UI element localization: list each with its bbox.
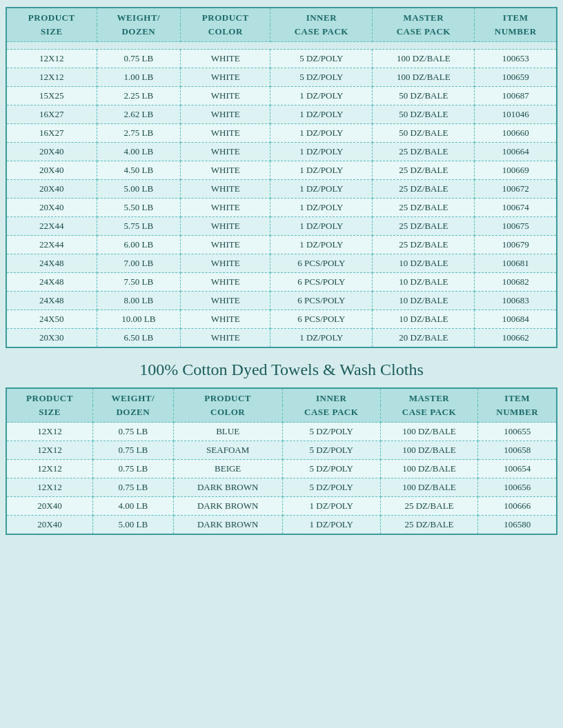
table-cell: 20X40 (6, 199, 97, 217)
header-row-1: PRODUCT WEIGHT/ PRODUCT INNER MASTER ITE… (6, 8, 557, 25)
table-cell: 1 DZ/POLY (282, 516, 380, 535)
table-cell: 6 PCS/POLY (270, 292, 373, 310)
table-cell: 25 DZ/BALE (373, 217, 475, 236)
white-towels-table: PRODUCT WEIGHT/ PRODUCT INNER MASTER ITE… (6, 7, 557, 348)
table-cell: WHITE (181, 68, 270, 87)
table-cell: WHITE (181, 236, 270, 254)
dyed-col-color-top: PRODUCT (173, 388, 282, 405)
dyed-col-size: SIZE (6, 405, 93, 423)
table-cell: 22X44 (6, 236, 97, 254)
header-row-2: SIZE DOZEN COLOR CASE PACK CASE PACK NUM… (6, 25, 557, 42)
table-cell: 5.75 LB (97, 217, 181, 236)
table-cell: 100682 (475, 273, 557, 292)
table-cell: 100 DZ/BALE (380, 423, 478, 441)
table-cell: 25 DZ/BALE (373, 161, 475, 180)
table-row: 20X405.00 LBDARK BROWN1 DZ/POLY25 DZ/BAL… (6, 516, 557, 535)
table-cell: 20X40 (6, 497, 93, 516)
table-cell: DARK BROWN (173, 478, 282, 497)
dyed-towels-body: 12X120.75 LBBLUE5 DZ/POLY100 DZ/BALE1006… (6, 423, 557, 535)
table-row: 12X120.75 LBBLUE5 DZ/POLY100 DZ/BALE1006… (6, 423, 557, 441)
dyed-col-number: NUMBER (478, 405, 557, 423)
dyed-header-row-2: SIZE DOZEN COLOR CASE PACK CASE PACK NUM… (6, 405, 557, 423)
table-cell: 20X40 (6, 161, 97, 180)
table-cell: WHITE (181, 124, 270, 143)
col-master-top: MASTER (373, 8, 475, 25)
table-cell: 100675 (475, 217, 557, 236)
table-cell: 100683 (475, 292, 557, 310)
table-cell: 0.75 LB (93, 460, 174, 478)
table-cell: WHITE (181, 273, 270, 292)
table-cell: DARK BROWN (173, 497, 282, 516)
table-cell: 100 DZ/BALE (380, 460, 478, 478)
dyed-col-inner-top: INNER (282, 388, 380, 405)
dyed-col-master-top: MASTER (380, 388, 478, 405)
table-cell: 1 DZ/POLY (270, 124, 373, 143)
table-row: 16X272.75 LBWHITE1 DZ/POLY50 DZ/BALE1006… (6, 124, 557, 143)
table-cell: 1 DZ/POLY (270, 329, 373, 348)
table-row: 12X120.75 LBDARK BROWN5 DZ/POLY100 DZ/BA… (6, 478, 557, 497)
table-row: 12X120.75 LBSEAFOAM5 DZ/POLY100 DZ/BALE1… (6, 441, 557, 460)
table-cell: 2.62 LB (97, 105, 181, 124)
table-cell: 1.00 LB (97, 68, 181, 87)
table-cell: 10 DZ/BALE (373, 292, 475, 310)
col-weight-top: WEIGHT/ (97, 8, 181, 25)
table-row: 16X272.62 LBWHITE1 DZ/POLY50 DZ/BALE1010… (6, 105, 557, 124)
dyed-col-weight-top: WEIGHT/ (93, 388, 174, 405)
table-cell: 12X12 (6, 460, 93, 478)
table-cell: 4.50 LB (97, 161, 181, 180)
table-cell: 100674 (475, 199, 557, 217)
table-cell: 100669 (475, 161, 557, 180)
table-cell: 20X30 (6, 329, 97, 348)
table-cell: 100 DZ/BALE (373, 68, 475, 87)
table-cell: WHITE (181, 143, 270, 161)
table-cell: 100653 (475, 50, 557, 68)
table-cell: 12X12 (6, 50, 97, 68)
page: PRODUCT WEIGHT/ PRODUCT INNER MASTER ITE… (0, 0, 563, 542)
table-cell: 100658 (478, 441, 557, 460)
table-row: 20X404.00 LBWHITE1 DZ/POLY25 DZ/BALE1006… (6, 143, 557, 161)
table-cell: 100659 (475, 68, 557, 87)
table-cell: 0.75 LB (93, 423, 174, 441)
table-cell: 100 DZ/BALE (373, 50, 475, 68)
table-row: 20X405.00 LBWHITE1 DZ/POLY25 DZ/BALE1006… (6, 180, 557, 199)
table-cell: 5 DZ/POLY (270, 68, 373, 87)
col-color: COLOR (181, 25, 270, 42)
table-cell: 12X12 (6, 423, 93, 441)
table-row: 20X306.50 LBWHITE1 DZ/POLY20 DZ/BALE1006… (6, 329, 557, 348)
table-cell: 10 DZ/BALE (373, 310, 475, 329)
table-cell: 25 DZ/BALE (380, 516, 478, 535)
table-cell: 6.50 LB (97, 329, 181, 348)
table-cell: BEIGE (173, 460, 282, 478)
table-cell: WHITE (181, 292, 270, 310)
table-cell: 100681 (475, 254, 557, 273)
table-cell: 6.00 LB (97, 236, 181, 254)
table-cell: 1 DZ/POLY (270, 217, 373, 236)
table-cell: 7.50 LB (97, 273, 181, 292)
dyed-col-inner-case: CASE PACK (282, 405, 380, 423)
table-cell: 16X27 (6, 105, 97, 124)
table-cell: 100687 (475, 87, 557, 105)
table-cell: 1 DZ/POLY (270, 236, 373, 254)
table-cell: 1 DZ/POLY (282, 497, 380, 516)
table-cell: 100662 (475, 329, 557, 348)
table-cell: WHITE (181, 254, 270, 273)
table-row: 20X404.00 LBDARK BROWN1 DZ/POLY25 DZ/BAL… (6, 497, 557, 516)
table-cell: WHITE (181, 180, 270, 199)
table-cell: 0.75 LB (93, 441, 174, 460)
table-cell: WHITE (181, 310, 270, 329)
table-cell: 1 DZ/POLY (270, 180, 373, 199)
table-cell: 100655 (478, 423, 557, 441)
dyed-header-row-1: PRODUCT WEIGHT/ PRODUCT INNER MASTER ITE… (6, 388, 557, 405)
table-cell: 5 DZ/POLY (282, 478, 380, 497)
table-cell: 1 DZ/POLY (270, 105, 373, 124)
table-cell: 5 DZ/POLY (270, 50, 373, 68)
table-cell: DARK BROWN (173, 516, 282, 535)
table-cell: 5 DZ/POLY (282, 441, 380, 460)
dyed-col-color: COLOR (173, 405, 282, 423)
table-cell: 25 DZ/BALE (373, 236, 475, 254)
table-cell: WHITE (181, 199, 270, 217)
table-cell: 4.00 LB (97, 143, 181, 161)
table-cell: 50 DZ/BALE (373, 105, 475, 124)
col-inner-top: INNER (270, 8, 373, 25)
dyed-col-item-top: ITEM (478, 388, 557, 405)
